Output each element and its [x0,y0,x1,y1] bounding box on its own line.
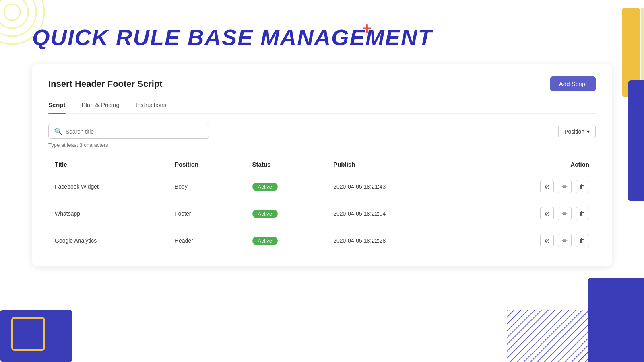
card-header: Insert Header Footer Script Add Script [48,76,596,91]
svg-rect-5 [641,8,644,97]
col-title: Title [48,156,168,173]
search-hint: Type at least 3 characters [48,142,596,148]
card-title: Insert Header Footer Script [48,79,163,89]
position-dropdown-label: Position [564,128,584,135]
tab-instructions[interactable]: Instructions [136,101,167,113]
plus-icon: + [362,19,372,37]
add-script-button[interactable]: Add Script [550,76,596,91]
delete-button[interactable]: 🗑 [576,207,589,220]
search-box[interactable]: 🔍 [48,124,209,139]
row-position: Body [168,173,246,200]
main-card: Insert Header Footer Script Add Script S… [32,64,612,266]
row-title: Whatsapp [48,200,168,227]
status-badge: Active [252,237,278,245]
row-position: Header [168,227,246,254]
row-actions: ⊘ ✏ 🗑 [465,227,596,254]
col-status: Status [246,156,327,173]
edit-button[interactable]: ✏ [558,234,572,247]
svg-rect-9 [507,310,588,362]
tab-script[interactable]: Script [48,101,66,113]
no-entry-button[interactable]: ⊘ [540,207,554,220]
position-dropdown[interactable]: Position ▾ [558,125,596,138]
no-entry-button[interactable]: ⊘ [540,234,554,247]
chevron-down-icon: ▾ [587,128,590,135]
search-icon: 🔍 [54,128,62,135]
edit-button[interactable]: ✏ [558,180,572,193]
edit-button[interactable]: ✏ [558,207,572,220]
scripts-table: Title Position Status Publish Action Fac… [48,156,596,254]
row-actions: ⊘ ✏ 🗑 [465,200,596,227]
row-publish: 2020-04-05 18:21:43 [327,173,464,200]
table-row: Facebook Widget Body Active 2020-04-05 1… [48,173,596,200]
status-badge: Active [252,210,278,218]
decorative-blue-right [628,80,644,201]
search-input[interactable] [66,128,203,135]
page-title: QUICK RULE BASE MANAGEMENT [32,24,433,50]
decorative-yellow-right [622,8,644,97]
row-status: Active [246,173,327,200]
col-position: Position [168,156,246,173]
tab-plan-pricing[interactable]: Plan & Pricing [82,101,120,113]
row-title: Google Analytics [48,227,168,254]
row-title: Facebook Widget [48,173,168,200]
svg-rect-4 [622,8,640,97]
no-entry-button[interactable]: ⊘ [540,180,554,193]
table-row: Whatsapp Footer Active 2020-04-05 18:22:… [48,200,596,227]
row-position: Footer [168,200,246,227]
decorative-blue-bottom-right [588,278,644,362]
search-row: 🔍 Position ▾ [48,124,596,139]
row-status: Active [246,227,327,254]
col-publish: Publish [327,156,464,173]
table-header-row: Title Position Status Publish Action [48,156,596,173]
row-status: Active [246,200,327,227]
tabs-container: Script Plan & Pricing Instructions [48,101,596,114]
decorative-bottom-pattern [507,310,588,362]
status-badge: Active [252,183,278,191]
decorative-blue-bottom-left [0,278,80,362]
table-row: Google Analytics Header Active 2020-04-0… [48,227,596,254]
col-action: Action [465,156,596,173]
delete-button[interactable]: 🗑 [576,234,589,247]
delete-button[interactable]: 🗑 [576,180,589,193]
row-publish: 2020-04-05 18:22:04 [327,200,464,227]
svg-point-3 [4,4,20,20]
row-publish: 2020-04-05 18:22:28 [327,227,464,254]
row-actions: ⊘ ✏ 🗑 [465,173,596,200]
